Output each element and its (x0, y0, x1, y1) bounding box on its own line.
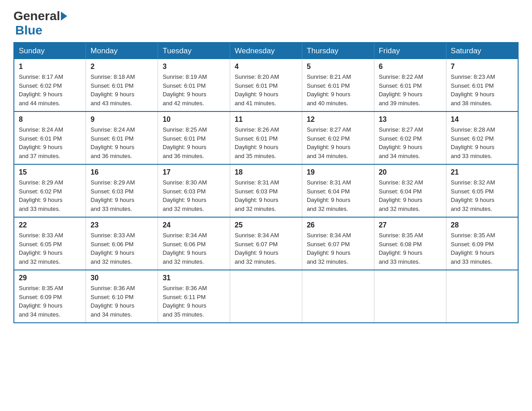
weekday-header-monday: Monday (86, 43, 158, 59)
weekday-header-friday: Friday (374, 43, 446, 59)
day-number: 6 (379, 63, 442, 71)
weekday-header-sunday: Sunday (14, 43, 86, 59)
day-info: Sunrise: 8:17 AMSunset: 6:02 PMDaylight:… (19, 73, 81, 107)
day-number: 7 (451, 63, 513, 71)
day-info: Sunrise: 8:35 AMSunset: 6:09 PMDaylight:… (19, 284, 81, 319)
day-number: 29 (19, 274, 81, 282)
day-number: 24 (163, 221, 225, 229)
calendar-week-row: 29 Sunrise: 8:35 AMSunset: 6:09 PMDaylig… (14, 270, 518, 323)
day-info: Sunrise: 8:35 AMSunset: 6:09 PMDaylight:… (451, 231, 513, 266)
calendar-cell: 28 Sunrise: 8:35 AMSunset: 6:09 PMDaylig… (446, 217, 518, 270)
day-number: 27 (379, 221, 442, 229)
calendar-week-row: 15 Sunrise: 8:29 AMSunset: 6:02 PMDaylig… (14, 164, 518, 217)
day-info: Sunrise: 8:25 AMSunset: 6:01 PMDaylight:… (163, 125, 225, 160)
day-number: 14 (451, 116, 513, 124)
calendar-cell: 9 Sunrise: 8:24 AMSunset: 6:01 PMDayligh… (86, 111, 158, 164)
day-info: Sunrise: 8:32 AMSunset: 6:05 PMDaylight:… (451, 178, 513, 213)
weekday-header-tuesday: Tuesday (158, 43, 230, 59)
day-info: Sunrise: 8:34 AMSunset: 6:07 PMDaylight:… (307, 231, 369, 266)
calendar-cell: 6 Sunrise: 8:22 AMSunset: 6:01 PMDayligh… (374, 59, 446, 111)
day-info: Sunrise: 8:34 AMSunset: 6:06 PMDaylight:… (163, 231, 225, 266)
day-number: 13 (379, 116, 442, 124)
logo-general-text: General (13, 9, 60, 23)
day-info: Sunrise: 8:32 AMSunset: 6:04 PMDaylight:… (379, 178, 442, 213)
day-number: 30 (90, 274, 153, 282)
day-number: 10 (163, 116, 225, 124)
calendar-cell: 19 Sunrise: 8:31 AMSunset: 6:04 PMDaylig… (302, 164, 374, 217)
page-header: General Blue (13, 9, 519, 38)
calendar-cell: 16 Sunrise: 8:29 AMSunset: 6:03 PMDaylig… (86, 164, 158, 217)
calendar-cell: 15 Sunrise: 8:29 AMSunset: 6:02 PMDaylig… (14, 164, 86, 217)
day-info: Sunrise: 8:23 AMSunset: 6:01 PMDaylight:… (451, 73, 513, 107)
day-number: 3 (163, 63, 225, 71)
calendar-cell: 13 Sunrise: 8:27 AMSunset: 6:02 PMDaylig… (374, 111, 446, 164)
calendar-cell: 7 Sunrise: 8:23 AMSunset: 6:01 PMDayligh… (446, 59, 518, 111)
day-info: Sunrise: 8:36 AMSunset: 6:10 PMDaylight:… (90, 284, 153, 319)
day-number: 31 (163, 274, 225, 282)
day-info: Sunrise: 8:22 AMSunset: 6:01 PMDaylight:… (379, 73, 442, 107)
weekday-header-saturday: Saturday (446, 43, 518, 59)
calendar-cell: 5 Sunrise: 8:21 AMSunset: 6:01 PMDayligh… (302, 59, 374, 111)
calendar-week-row: 22 Sunrise: 8:33 AMSunset: 6:05 PMDaylig… (14, 217, 518, 270)
day-info: Sunrise: 8:27 AMSunset: 6:02 PMDaylight:… (379, 125, 442, 160)
calendar-cell: 29 Sunrise: 8:35 AMSunset: 6:09 PMDaylig… (14, 270, 86, 323)
day-number: 11 (235, 116, 297, 124)
day-info: Sunrise: 8:19 AMSunset: 6:01 PMDaylight:… (163, 73, 225, 107)
day-number: 12 (307, 116, 369, 124)
day-number: 8 (19, 116, 81, 124)
day-number: 17 (163, 168, 225, 176)
day-number: 5 (307, 63, 369, 71)
day-number: 1 (19, 63, 81, 71)
calendar-cell (302, 270, 374, 323)
calendar-cell: 25 Sunrise: 8:34 AMSunset: 6:07 PMDaylig… (230, 217, 302, 270)
day-info: Sunrise: 8:31 AMSunset: 6:03 PMDaylight:… (235, 178, 297, 213)
day-number: 28 (451, 221, 513, 229)
day-number: 15 (19, 168, 81, 176)
calendar-cell: 20 Sunrise: 8:32 AMSunset: 6:04 PMDaylig… (374, 164, 446, 217)
calendar-cell: 1 Sunrise: 8:17 AMSunset: 6:02 PMDayligh… (14, 59, 86, 111)
day-info: Sunrise: 8:33 AMSunset: 6:05 PMDaylight:… (19, 231, 81, 266)
calendar-cell (230, 270, 302, 323)
day-number: 4 (235, 63, 297, 71)
logo: General Blue (13, 9, 68, 38)
day-number: 16 (90, 168, 153, 176)
calendar-cell (374, 270, 446, 323)
calendar-cell: 22 Sunrise: 8:33 AMSunset: 6:05 PMDaylig… (14, 217, 86, 270)
day-info: Sunrise: 8:24 AMSunset: 6:01 PMDaylight:… (90, 125, 153, 160)
calendar-cell: 31 Sunrise: 8:36 AMSunset: 6:11 PMDaylig… (158, 270, 230, 323)
calendar-cell: 30 Sunrise: 8:36 AMSunset: 6:10 PMDaylig… (86, 270, 158, 323)
calendar-cell: 8 Sunrise: 8:24 AMSunset: 6:01 PMDayligh… (14, 111, 86, 164)
day-number: 19 (307, 168, 369, 176)
calendar-cell: 24 Sunrise: 8:34 AMSunset: 6:06 PMDaylig… (158, 217, 230, 270)
day-info: Sunrise: 8:18 AMSunset: 6:01 PMDaylight:… (90, 73, 153, 107)
day-info: Sunrise: 8:35 AMSunset: 6:08 PMDaylight:… (379, 231, 442, 266)
day-info: Sunrise: 8:31 AMSunset: 6:04 PMDaylight:… (307, 178, 369, 213)
day-number: 22 (19, 221, 81, 229)
calendar-cell: 10 Sunrise: 8:25 AMSunset: 6:01 PMDaylig… (158, 111, 230, 164)
day-number: 21 (451, 168, 513, 176)
day-info: Sunrise: 8:21 AMSunset: 6:01 PMDaylight:… (307, 73, 369, 107)
logo-blue-text: Blue (15, 23, 43, 37)
day-info: Sunrise: 8:29 AMSunset: 6:02 PMDaylight:… (19, 178, 81, 213)
calendar-table: SundayMondayTuesdayWednesdayThursdayFrid… (13, 42, 519, 323)
calendar-cell: 27 Sunrise: 8:35 AMSunset: 6:08 PMDaylig… (374, 217, 446, 270)
calendar-cell (446, 270, 518, 323)
calendar-cell: 21 Sunrise: 8:32 AMSunset: 6:05 PMDaylig… (446, 164, 518, 217)
calendar-cell: 17 Sunrise: 8:30 AMSunset: 6:03 PMDaylig… (158, 164, 230, 217)
day-info: Sunrise: 8:24 AMSunset: 6:01 PMDaylight:… (19, 125, 81, 160)
day-info: Sunrise: 8:27 AMSunset: 6:02 PMDaylight:… (307, 125, 369, 160)
calendar-cell: 14 Sunrise: 8:28 AMSunset: 6:02 PMDaylig… (446, 111, 518, 164)
weekday-header-thursday: Thursday (302, 43, 374, 59)
day-info: Sunrise: 8:28 AMSunset: 6:02 PMDaylight:… (451, 125, 513, 160)
calendar-week-row: 1 Sunrise: 8:17 AMSunset: 6:02 PMDayligh… (14, 59, 518, 111)
day-number: 23 (90, 221, 153, 229)
calendar-cell: 23 Sunrise: 8:33 AMSunset: 6:06 PMDaylig… (86, 217, 158, 270)
day-info: Sunrise: 8:36 AMSunset: 6:11 PMDaylight:… (163, 284, 225, 319)
day-info: Sunrise: 8:26 AMSunset: 6:01 PMDaylight:… (235, 125, 297, 160)
calendar-header-row: SundayMondayTuesdayWednesdayThursdayFrid… (14, 43, 518, 59)
day-number: 26 (307, 221, 369, 229)
day-info: Sunrise: 8:30 AMSunset: 6:03 PMDaylight:… (163, 178, 225, 213)
calendar-cell: 12 Sunrise: 8:27 AMSunset: 6:02 PMDaylig… (302, 111, 374, 164)
calendar-cell: 26 Sunrise: 8:34 AMSunset: 6:07 PMDaylig… (302, 217, 374, 270)
day-number: 20 (379, 168, 442, 176)
